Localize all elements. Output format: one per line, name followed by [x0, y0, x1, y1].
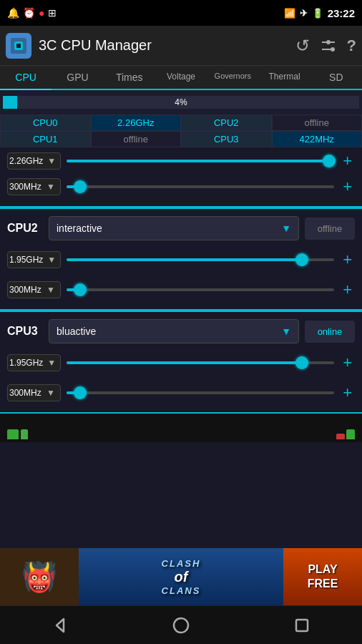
cpu3-min-thumb[interactable]: [74, 386, 87, 399]
cpu2-max-thumb[interactable]: [295, 253, 308, 266]
cpu3-min-plus[interactable]: +: [340, 384, 355, 402]
chart-bar-red: [336, 434, 345, 439]
cpu0-maxfreq-row: 2.26GHz ▼ +: [0, 147, 362, 172]
tab-bar: CPU GPU Times Voltage Governors Thermal …: [0, 66, 362, 90]
cpu2-min-plus[interactable]: +: [340, 280, 355, 299]
cpu3-governor-dropdown[interactable]: bluactive ▼: [49, 319, 299, 343]
cpu2-maxfreq-dropdown[interactable]: 1.95GHz ▼: [7, 251, 61, 268]
app-header: 3C CPU Manager ↺ ?: [0, 26, 362, 66]
cpu3-freq: 422MHz: [272, 131, 363, 147]
cpu0-label: CPU0: [0, 114, 91, 131]
header-actions: ↺ ?: [295, 36, 356, 56]
cpu3-max-slider[interactable]: [67, 361, 334, 364]
cpu3-minfreq-row: 300MHz ▼ +: [0, 378, 362, 408]
time-display: 23:22: [328, 7, 355, 19]
cpu-usage-label: 4%: [3, 96, 359, 109]
cpu0-maxfreq-dropdown[interactable]: 2.26GHz ▼: [7, 152, 61, 170]
tab-governors[interactable]: Governors: [207, 66, 258, 89]
ad-banner[interactable]: 👹 CLASH of CLANS PLAY FREE: [0, 548, 362, 605]
app-icon: [6, 33, 31, 59]
status-left: 🔔 ⏰ ● ⊞: [7, 7, 57, 19]
chart-bar-green2: [346, 429, 355, 439]
tab-cpu[interactable]: CPU: [0, 66, 52, 90]
cpu0-minfreq-row: 300MHz ▼ +: [0, 172, 362, 202]
svg-rect-2: [16, 44, 21, 48]
help-button[interactable]: ?: [347, 36, 356, 55]
wifi-icon: 📶: [284, 8, 295, 19]
record-icon: ●: [39, 7, 44, 19]
svg-rect-11: [296, 620, 308, 631]
cpu3-status-badge[interactable]: online: [305, 321, 355, 343]
battery-icon: 🔋: [312, 8, 323, 19]
cpu3-max-thumb[interactable]: [295, 356, 308, 369]
cpu0-min-slider[interactable]: [67, 185, 334, 188]
nav-bar: [0, 605, 362, 644]
cpu-header-row-1: CPU0 2.26GHz CPU2 offline: [0, 114, 362, 131]
cpu3-max-fill: [67, 361, 302, 364]
cpu2-label: CPU2: [181, 114, 272, 131]
cpu3-maxfreq-dropdown[interactable]: 1.95GHz ▼: [7, 354, 61, 371]
home-button[interactable]: [165, 610, 197, 641]
clock-icon: ⏰: [23, 7, 35, 19]
status-right: 📶 ✈ 🔋 23:22: [284, 7, 355, 19]
cpu1-label: CPU1: [0, 131, 91, 147]
cpu0-freq: 2.26GHz: [91, 114, 182, 131]
window-icon: ⊞: [48, 7, 57, 19]
cpu0-min-plus[interactable]: +: [340, 177, 355, 196]
status-bar: 🔔 ⏰ ● ⊞ 📶 ✈ 🔋 23:22: [0, 0, 362, 26]
cpu0-top-thumb[interactable]: [323, 155, 336, 167]
cpu0-top-fill: [67, 160, 329, 162]
cpu3-minfreq-arrow: ▼: [43, 388, 59, 398]
cpu3-max-plus[interactable]: +: [340, 353, 355, 372]
cpu2-section-label: CPU2: [7, 222, 43, 235]
refresh-button[interactable]: ↺: [295, 36, 310, 56]
chart-bar-green: [21, 429, 28, 439]
cpu1-status: offline: [91, 131, 182, 147]
cpu0-maxfreq-arrow: ▼: [44, 156, 59, 166]
svg-point-10: [174, 618, 188, 633]
recents-button[interactable]: [286, 610, 318, 641]
svg-point-4: [326, 40, 331, 44]
cpu0-min-thumb[interactable]: [74, 180, 87, 193]
equalizer-button[interactable]: [320, 39, 337, 52]
cpu3-maxfreq-arrow: ▼: [44, 358, 59, 368]
cpu3-section-label: CPU3: [7, 325, 43, 338]
cpu2-minfreq-row: 300MHz ▼ +: [0, 275, 362, 305]
cpu3-label: CPU3: [181, 131, 272, 147]
cpu2-max-plus[interactable]: +: [340, 250, 355, 269]
cpu2-governor-dropdown[interactable]: interactive ▼: [49, 216, 299, 240]
tab-voltage[interactable]: Voltage: [155, 66, 207, 89]
airplane-icon: ✈: [300, 8, 308, 19]
cpu3-governor-row: CPU3 bluactive ▼ online: [0, 312, 362, 348]
notification-icon: 🔔: [7, 7, 19, 19]
tab-thermal[interactable]: Thermal: [258, 66, 310, 89]
main-content: 4% CPU0 2.26GHz CPU2 offline CPU1 offlin…: [0, 90, 362, 548]
cpu0-minfreq-dropdown[interactable]: 300MHz ▼: [7, 178, 61, 195]
ad-cta-button[interactable]: PLAY FREE: [283, 548, 362, 605]
svg-point-7: [331, 47, 335, 52]
bottom-chart: [0, 414, 362, 442]
cpu-header-row-2: CPU1 offline CPU3 422MHz: [0, 131, 362, 147]
tab-gpu[interactable]: GPU: [52, 66, 103, 89]
tab-sd[interactable]: SD: [310, 66, 362, 89]
cpu2-maxfreq-arrow: ▼: [44, 255, 59, 265]
cpu2-governor-row: CPU2 interactive ▼ offline: [0, 209, 362, 245]
cpu0-section: 2.26GHz ▼ + 300MHz ▼ +: [0, 147, 362, 208]
cpu3-min-slider[interactable]: [67, 391, 334, 394]
cpu2-minfreq-dropdown[interactable]: 300MHz ▼: [7, 281, 61, 298]
ad-character: 👹: [0, 548, 79, 605]
cpu2-max-slider[interactable]: [67, 258, 334, 261]
chart-bar-1: [7, 429, 19, 439]
cpu3-minfreq-dropdown[interactable]: 300MHz ▼: [7, 384, 61, 401]
tab-times[interactable]: Times: [104, 66, 155, 89]
cpu2-min-thumb[interactable]: [74, 283, 87, 296]
cpu0-top-slider[interactable]: [67, 160, 334, 162]
cpu2-section: CPU2 interactive ▼ offline 1.95GHz ▼ + 3…: [0, 209, 362, 311]
cpu2-status-badge[interactable]: offline: [305, 218, 355, 240]
cpu2-min-slider[interactable]: [67, 288, 334, 291]
cpu0-minfreq-arrow: ▼: [43, 182, 59, 192]
app-title: 3C CPU Manager: [39, 37, 295, 54]
cpu-progress-row: 4%: [0, 90, 362, 114]
cpu0-max-plus[interactable]: +: [340, 152, 355, 170]
back-button[interactable]: [44, 610, 76, 641]
